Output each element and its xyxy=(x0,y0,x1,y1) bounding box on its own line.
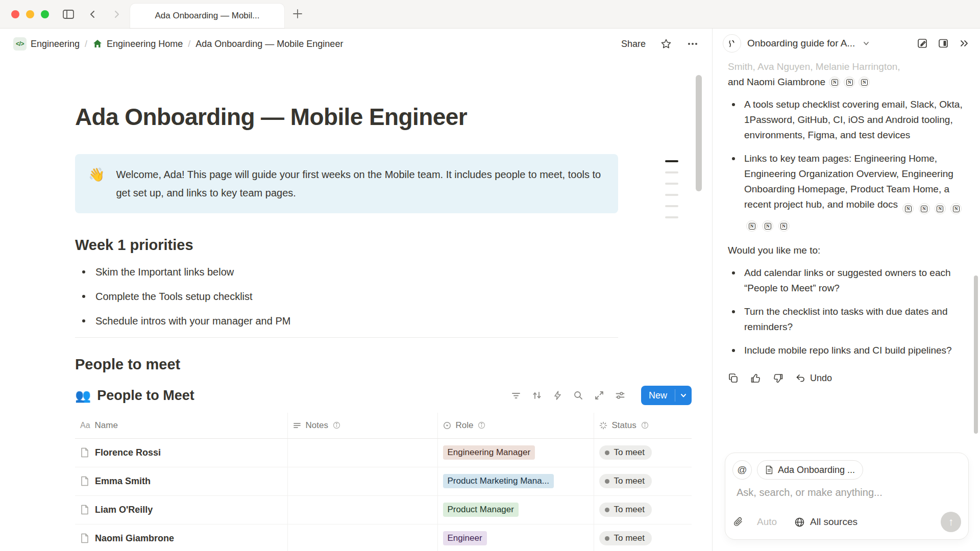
collapse-panel-icon[interactable] xyxy=(959,38,970,49)
table-row[interactable]: Naomi Giambrone Engineer To meet xyxy=(75,524,692,551)
back-icon[interactable] xyxy=(88,9,98,19)
new-chat-icon[interactable] xyxy=(917,38,928,49)
ai-response-area[interactable]: Smith, Ava Nguyen, Melanie Harrington, a… xyxy=(713,58,980,386)
undo-icon xyxy=(795,373,805,383)
notion-page-badge-icon[interactable]: N xyxy=(746,220,757,232)
role-cell[interactable]: Engineering Manager xyxy=(437,438,594,467)
role-tag[interactable]: Product Manager xyxy=(443,503,519,517)
main-scrollbar[interactable] xyxy=(696,75,702,191)
notes-cell[interactable] xyxy=(287,467,437,495)
notion-page-badge-icon[interactable]: N xyxy=(778,220,790,232)
status-cell[interactable]: To meet xyxy=(594,438,692,467)
page-outline-indicator[interactable] xyxy=(665,160,678,228)
sort-icon[interactable] xyxy=(532,390,542,400)
breadcrumb-page[interactable]: Ada Onboarding — Mobile Engineer xyxy=(195,39,343,49)
context-chip[interactable]: Ada Onboarding ... xyxy=(757,460,863,480)
sidebar-toggle-icon[interactable] xyxy=(62,9,75,19)
search-icon[interactable] xyxy=(573,390,583,400)
table-row[interactable]: Liam O'Reilly Product Manager To meet xyxy=(75,495,692,524)
document-scroll-area[interactable]: Ada Onboarding — Mobile Engineer 👋 Welco… xyxy=(0,59,712,551)
expand-icon[interactable] xyxy=(594,390,604,400)
side-panel-icon[interactable] xyxy=(938,38,949,49)
undo-button[interactable]: Undo xyxy=(795,370,832,386)
notion-page-badge-icon[interactable]: N xyxy=(902,203,914,214)
status-badge[interactable]: To meet xyxy=(599,445,652,460)
new-tab-icon[interactable] xyxy=(292,8,303,19)
ai-thread-title[interactable]: Onboarding guide for A... xyxy=(747,38,855,49)
notion-page-badge-icon[interactable]: N xyxy=(844,77,855,88)
table-row[interactable]: Florence Rossi Engineering Manager To me… xyxy=(75,438,692,467)
people-emoji: 👥 xyxy=(75,388,91,403)
minimize-window-button[interactable] xyxy=(26,10,34,18)
status-cell[interactable]: To meet xyxy=(594,524,692,551)
role-tag[interactable]: Engineering Manager xyxy=(443,445,535,460)
name-cell[interactable]: Naomi Giambrone xyxy=(75,524,287,551)
list-item[interactable]: Complete the Tools setup checklist xyxy=(75,284,618,309)
name-cell[interactable]: Liam O'Reilly xyxy=(75,495,287,524)
bullet-icon xyxy=(732,157,735,160)
role-cell[interactable]: Product Manager xyxy=(437,495,594,524)
attachment-icon[interactable] xyxy=(732,516,744,528)
chevron-down-icon[interactable] xyxy=(675,386,692,405)
database-header-row: 👥 People to Meet xyxy=(75,384,692,407)
table-row[interactable]: Emma Smith Product Marketing Mana... To … xyxy=(75,467,692,495)
copy-icon[interactable] xyxy=(728,373,739,384)
column-header-role[interactable]: Role xyxy=(437,413,594,438)
page-icon xyxy=(765,465,773,474)
status-cell[interactable]: To meet xyxy=(594,495,692,524)
column-header-name[interactable]: Aa Name xyxy=(75,413,287,438)
share-button[interactable]: Share xyxy=(621,39,646,49)
titlebar: Ada Onboarding — Mobil... xyxy=(0,0,980,29)
favorite-star-icon[interactable] xyxy=(660,38,672,50)
breadcrumb-parent[interactable]: Engineering Home xyxy=(92,39,183,49)
notion-page-badge-icon[interactable]: N xyxy=(859,77,870,88)
auto-mode-label[interactable]: Auto xyxy=(757,516,777,528)
role-tag[interactable]: Engineer xyxy=(443,531,487,545)
role-tag[interactable]: Product Marketing Mana... xyxy=(443,474,554,488)
ai-prompt-input[interactable]: Ask, search, or make anything... xyxy=(737,487,961,498)
welcome-callout[interactable]: 👋 Welcome, Ada! This page will guide you… xyxy=(75,154,618,213)
name-cell[interactable]: Florence Rossi xyxy=(75,438,287,467)
notion-page-badge-icon[interactable]: N xyxy=(829,77,840,88)
database-title[interactable]: 👥 People to Meet xyxy=(75,388,194,404)
zoom-window-button[interactable] xyxy=(41,10,49,18)
breadcrumb-workspace[interactable]: </> Engineering xyxy=(13,37,80,51)
status-dot-icon xyxy=(605,479,609,484)
browser-tab[interactable]: Ada Onboarding — Mobil... xyxy=(130,4,284,28)
send-button[interactable]: ↑ xyxy=(941,512,961,532)
status-badge[interactable]: To meet xyxy=(599,474,652,488)
list-item[interactable]: Schedule intros with your manager and PM xyxy=(75,309,618,333)
list-item[interactable]: Skim the Important links below xyxy=(75,260,618,284)
sources-selector[interactable]: All sources xyxy=(794,516,857,528)
column-header-notes[interactable]: Notes xyxy=(287,413,437,438)
thumbs-down-icon[interactable] xyxy=(773,373,783,384)
status-badge[interactable]: To meet xyxy=(599,503,652,517)
chevron-down-icon[interactable] xyxy=(862,39,870,47)
ai-input-card[interactable]: @ Ada Onboarding ... Ask, search, or mak… xyxy=(725,453,969,540)
status-badge[interactable]: To meet xyxy=(599,531,652,545)
new-record-button[interactable]: New xyxy=(641,386,692,405)
bullet-icon xyxy=(82,270,85,273)
ai-panel-scrollbar[interactable] xyxy=(974,276,978,434)
thumbs-up-icon[interactable] xyxy=(750,373,761,384)
notes-cell[interactable] xyxy=(287,524,437,551)
close-window-button[interactable] xyxy=(11,10,19,18)
notion-page-badge-icon[interactable]: N xyxy=(935,203,946,214)
notion-page-badge-icon[interactable]: N xyxy=(919,203,930,214)
more-options-icon[interactable] xyxy=(687,38,699,50)
forward-icon[interactable] xyxy=(111,9,121,19)
status-cell[interactable]: To meet xyxy=(594,467,692,495)
role-cell[interactable]: Engineer xyxy=(437,524,594,551)
view-settings-icon[interactable] xyxy=(615,390,625,400)
name-cell[interactable]: Emma Smith xyxy=(75,467,287,495)
role-cell[interactable]: Product Marketing Mana... xyxy=(437,467,594,495)
mention-button[interactable]: @ xyxy=(732,460,752,480)
notion-page-badge-icon[interactable]: N xyxy=(950,203,962,214)
column-header-status[interactable]: Status xyxy=(594,413,692,438)
notes-cell[interactable] xyxy=(287,438,437,467)
page-icon xyxy=(80,476,89,486)
automations-bolt-icon[interactable] xyxy=(553,390,562,400)
notes-cell[interactable] xyxy=(287,495,437,524)
filter-icon[interactable] xyxy=(511,390,521,400)
notion-page-badge-icon[interactable]: N xyxy=(762,220,773,232)
